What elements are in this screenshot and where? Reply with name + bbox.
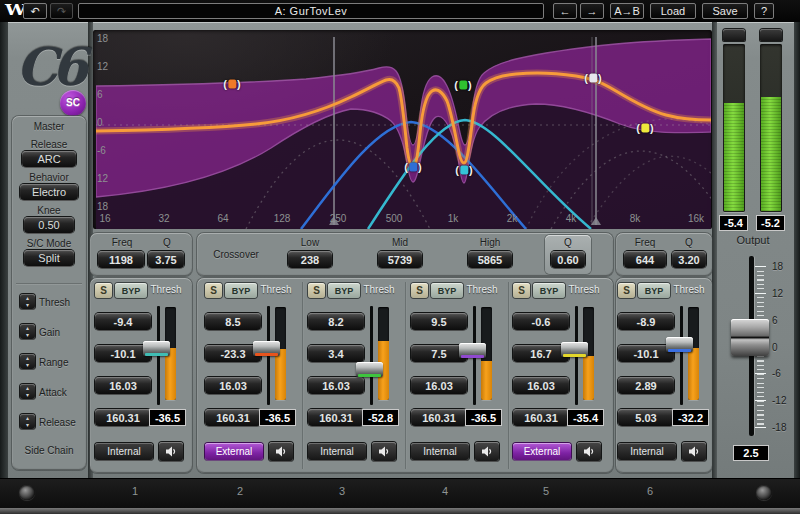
release-link-stepper[interactable]: ▴▾: [20, 414, 35, 429]
bypass-button[interactable]: BYP: [328, 283, 360, 298]
gain-value[interactable]: -9.4: [95, 313, 151, 330]
bypass-button[interactable]: BYP: [431, 283, 463, 298]
solo-button[interactable]: S: [411, 283, 428, 298]
prev-preset-button[interactable]: ←: [553, 3, 577, 19]
gain-value[interactable]: 8.5: [205, 313, 261, 330]
help-button[interactable]: ?: [754, 3, 774, 19]
monitor-speaker-button[interactable]: [682, 442, 706, 461]
threshold-value[interactable]: -52.8: [362, 409, 399, 426]
gain-value[interactable]: 9.5: [411, 313, 467, 330]
thresh-link-stepper[interactable]: ▴▾: [20, 294, 35, 309]
output-fader-thumb[interactable]: [731, 319, 769, 356]
monitor-speaker-button[interactable]: [269, 442, 293, 461]
sidechain-source-button[interactable]: Internal: [95, 443, 153, 460]
gain-value[interactable]: -0.6: [513, 313, 569, 330]
threshold-value[interactable]: -36.5: [149, 409, 186, 426]
threshold-slider-thumb[interactable]: [356, 362, 383, 377]
solo-button[interactable]: S: [513, 283, 530, 298]
threshold-value[interactable]: -36.5: [259, 409, 296, 426]
attack-value[interactable]: 2.89: [618, 377, 674, 394]
threshold-slider-thumb[interactable]: [253, 341, 280, 356]
next-preset-button[interactable]: →: [580, 3, 604, 19]
band-strip-4: S BYP Thresh 9.5 7.5 16.03 160.31 -36.5 …: [409, 278, 505, 473]
knee-value-button[interactable]: 0.50: [24, 217, 74, 233]
release-value[interactable]: 160.31: [308, 409, 364, 426]
attack-value[interactable]: 16.03: [411, 377, 467, 394]
gain-value[interactable]: 8.2: [308, 313, 364, 330]
peak-value-left[interactable]: -5.4: [719, 215, 748, 231]
threshold-value[interactable]: -35.4: [567, 409, 604, 426]
clip-indicator-right[interactable]: [760, 29, 782, 41]
bypass-button[interactable]: BYP: [115, 283, 147, 298]
bypass-button[interactable]: BYP: [533, 283, 565, 298]
ab-compare-button[interactable]: A→B: [610, 3, 644, 19]
threshold-value[interactable]: -36.5: [465, 409, 502, 426]
release-mode-button[interactable]: ARC: [22, 151, 76, 167]
attack-value[interactable]: 16.03: [95, 377, 151, 394]
solo-button[interactable]: S: [618, 283, 635, 298]
range-link-stepper[interactable]: ▴▾: [20, 354, 35, 369]
band-handle-yellow[interactable]: (): [636, 124, 653, 133]
monitor-speaker-button[interactable]: [475, 442, 499, 461]
band5-q-value[interactable]: 3.75: [148, 251, 184, 268]
release-value[interactable]: 160.31: [411, 409, 467, 426]
save-button[interactable]: Save: [702, 3, 748, 19]
solo-button[interactable]: S: [95, 283, 112, 298]
band-handle-cyan[interactable]: (): [455, 166, 472, 175]
release-value[interactable]: 160.31: [95, 409, 151, 426]
preset-name-display[interactable]: A: GurTovLev: [78, 3, 544, 19]
band-handle-silver[interactable]: (): [584, 74, 601, 83]
undo-button[interactable]: ↶: [23, 3, 47, 19]
behavior-mode-button[interactable]: Electro: [20, 184, 78, 200]
threshold-slider-thumb[interactable]: [666, 337, 693, 352]
bypass-button[interactable]: BYP: [638, 283, 670, 298]
sc-mode-label: S/C Mode: [12, 238, 86, 249]
attack-value[interactable]: 16.03: [308, 377, 364, 394]
band6-q-value[interactable]: 3.20: [672, 251, 706, 268]
range-value[interactable]: 3.4: [308, 345, 364, 362]
attack-value[interactable]: 16.03: [205, 377, 261, 394]
selected-q-value[interactable]: 0.60: [551, 251, 585, 268]
threshold-slider-thumb[interactable]: [459, 343, 486, 358]
solo-button[interactable]: S: [308, 283, 325, 298]
attack-value[interactable]: 16.03: [513, 377, 569, 394]
band-handle-blue[interactable]: (): [404, 163, 421, 172]
sc-mode-button[interactable]: Split: [24, 250, 74, 266]
redo-button[interactable]: ↷: [50, 3, 73, 19]
high-crossover-value[interactable]: 5865: [468, 251, 512, 268]
peak-value-right[interactable]: -5.2: [756, 215, 785, 231]
clip-indicator-left[interactable]: [723, 29, 745, 41]
attack-link-stepper[interactable]: ▴▾: [20, 384, 35, 399]
threshold-slider-thumb[interactable]: [561, 342, 588, 357]
band5-freq-value[interactable]: 1198: [98, 251, 144, 268]
threshold-slider-track[interactable]: [680, 306, 683, 405]
load-button[interactable]: Load: [650, 3, 696, 19]
output-gain-value[interactable]: 2.5: [733, 445, 769, 461]
low-crossover-value[interactable]: 238: [288, 251, 332, 268]
monitor-speaker-button[interactable]: [372, 442, 396, 461]
monitor-speaker-button[interactable]: [159, 442, 183, 461]
bypass-button[interactable]: BYP: [225, 283, 257, 298]
release-value[interactable]: 160.31: [205, 409, 261, 426]
sidechain-source-button[interactable]: Internal: [411, 443, 469, 460]
sidechain-source-button[interactable]: Internal: [618, 443, 676, 460]
sidechain-source-button[interactable]: Internal: [308, 443, 366, 460]
band-handle-green[interactable]: (): [454, 81, 471, 90]
gain-link-stepper[interactable]: ▴▾: [20, 324, 35, 339]
band6-freq-value[interactable]: 644: [624, 251, 666, 268]
band-handle-orange[interactable]: (): [223, 80, 240, 89]
output-meter-left: [723, 44, 745, 212]
monitor-speaker-button[interactable]: [577, 442, 601, 461]
gain-value[interactable]: -8.9: [618, 313, 674, 330]
release-value[interactable]: 5.03: [618, 409, 674, 426]
speaker-icon: [275, 446, 288, 457]
threshold-slider-thumb[interactable]: [143, 341, 170, 356]
solo-button[interactable]: S: [205, 283, 222, 298]
threshold-value[interactable]: -32.2: [672, 409, 709, 426]
mid-crossover-value[interactable]: 5739: [378, 251, 422, 268]
sidechain-source-button[interactable]: External: [513, 443, 571, 460]
release-value[interactable]: 160.31: [513, 409, 569, 426]
sidechain-source-button[interactable]: External: [205, 443, 263, 460]
threshold-slider-track[interactable]: [370, 306, 373, 405]
output-meter-right: [760, 44, 782, 212]
